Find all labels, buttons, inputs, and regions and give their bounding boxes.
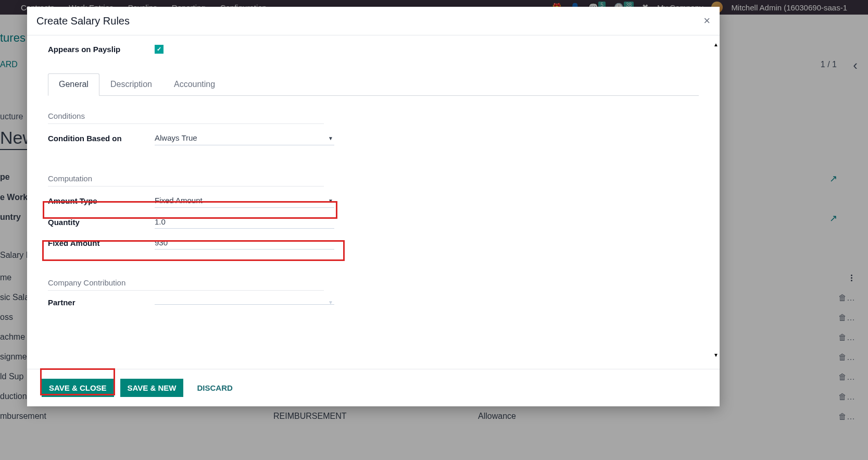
scroll-down-icon[interactable]: ▼: [713, 352, 719, 358]
chevron-down-icon: ▼: [328, 300, 333, 305]
modal-footer: SAVE & CLOSE SAVE & NEW DISCARD: [27, 369, 720, 406]
partner-select[interactable]: ▼: [155, 300, 334, 305]
modal-title: Create Salary Rules: [36, 15, 130, 27]
partner-label: Partner: [48, 298, 155, 307]
discard-button[interactable]: DISCARD: [190, 379, 240, 397]
appears-on-payslip-label: Appears on Payslip: [48, 45, 155, 54]
tab-general[interactable]: General: [48, 73, 99, 96]
section-computation: Computation: [48, 174, 324, 187]
amount-type-value: Fixed Amount: [155, 196, 203, 205]
section-conditions: Conditions: [48, 111, 324, 124]
appears-on-payslip-checkbox[interactable]: ✓: [155, 45, 163, 54]
amount-type-select[interactable]: Fixed Amount ▼: [155, 194, 334, 208]
condition-based-on-label: Condition Based on: [48, 134, 155, 143]
condition-based-on-select[interactable]: Always True ▼: [155, 131, 334, 145]
modal-body: Appears on Payslip ✓ General Description…: [27, 35, 720, 369]
chevron-down-icon: ▼: [328, 198, 333, 204]
quantity-input[interactable]: [155, 215, 334, 229]
fixed-amount-input[interactable]: [155, 236, 334, 250]
modal-header: Create Salary Rules ×: [27, 7, 720, 35]
section-company-contribution: Company Contribution: [48, 278, 324, 291]
save-close-button[interactable]: SAVE & CLOSE: [42, 379, 114, 397]
tab-accounting[interactable]: Accounting: [163, 73, 226, 95]
chevron-down-icon: ▼: [328, 135, 333, 141]
scroll-up-icon[interactable]: ▲: [713, 42, 719, 47]
save-new-button[interactable]: SAVE & NEW: [120, 379, 184, 397]
modal-create-salary-rules: Create Salary Rules × Appears on Payslip…: [27, 7, 720, 406]
condition-based-on-value: Always True: [155, 133, 197, 142]
quantity-label: Quantity: [48, 218, 155, 227]
fixed-amount-label: Fixed Amount: [48, 239, 155, 247]
amount-type-label: Amount Type: [48, 196, 155, 205]
close-icon[interactable]: ×: [703, 14, 710, 28]
tabs: General Description Accounting: [48, 73, 699, 96]
tab-description[interactable]: Description: [99, 73, 163, 95]
